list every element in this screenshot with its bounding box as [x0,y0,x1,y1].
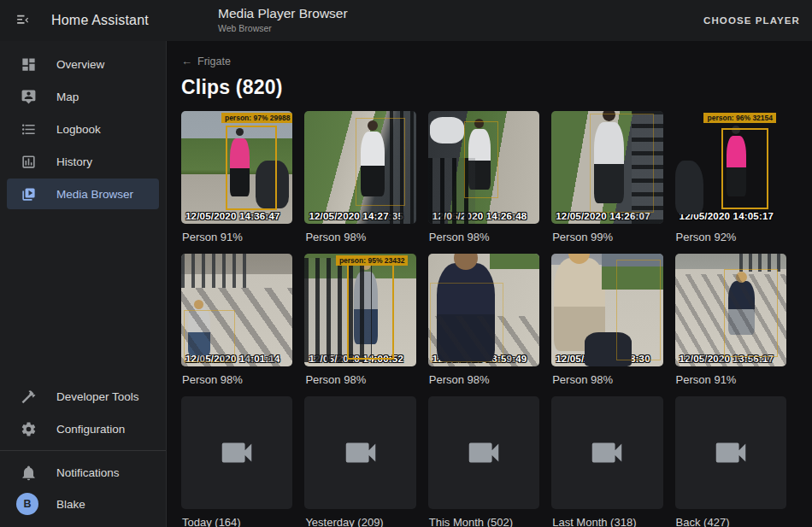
video-camera-icon [217,433,256,472]
folder-card-back[interactable]: Back (427) [675,396,786,527]
clip-card[interactable]: person: 95% 23432 12/05/2020 14:00:52 Pe… [304,254,415,386]
clip-timestamp: 12/05/2020 14:26:07 [556,211,650,221]
sidebar-item-label: History [56,155,92,168]
choose-player-button[interactable]: CHOOSE PLAYER [703,0,800,41]
breadcrumb-back-frigate[interactable]: ← Frigate [181,55,231,67]
clip-thumbnail: 12/05/2020 14:26:48 [428,111,539,224]
player-title: Media Player Browser [218,6,348,21]
clip-caption: Person 99% [551,231,662,243]
clip-card[interactable]: 12/05/2020 14:27:35 Person 98% [304,111,415,243]
bell-icon [19,463,38,482]
clip-caption: Person 92% [675,231,786,243]
grass-shape [490,254,540,269]
media-browser-icon [19,184,38,203]
clip-card[interactable]: person: 96% 32154 12/05/2020 14:05:17 Pe… [675,111,786,243]
back-arrow-icon: ← [181,55,192,67]
clip-card[interactable]: 12/05/2020 13:58:30 Person 98% [551,254,662,386]
logbook-list-icon [19,120,38,138]
sidebar-item-map[interactable]: Map [7,81,159,112]
clips-grid: person: 97% 29988 12/05/2020 14:36:47 Pe… [168,108,812,527]
sidebar-item-developer-tools[interactable]: Developer Tools [7,381,159,412]
folder-card-last-month[interactable]: Last Month (318) [551,396,662,527]
sidebar-item-media-browser[interactable]: Media Browser [7,179,159,209]
clip-thumbnail: 12/05/2020 14:27:35 [304,111,415,224]
bounding-box [464,121,498,198]
clip-card[interactable]: person: 97% 29988 12/05/2020 14:36:47 Pe… [181,111,292,243]
clip-timestamp: 12/05/2020 14:26:48 [432,211,527,221]
bounding-box [724,269,778,357]
clip-thumbnail: person: 96% 32154 12/05/2020 14:05:17 [675,111,786,224]
sidebar-item-label: Overview [56,58,104,71]
folder-thumbnail [304,396,415,509]
app-title: Home Assistant [51,13,149,28]
bounding-box [356,118,404,206]
sidebar-item-label: Notifications [56,466,120,479]
folder-thumbnail [551,396,662,509]
bounding-box [184,310,235,362]
player-header: Media Player Browser Web Browser [218,6,348,33]
sidebar-item-label: Logbook [56,123,101,136]
clip-thumbnail: 12/05/2020 13:58:30 [551,254,662,366]
clip-caption: Person 98% [428,231,539,243]
fence-shape [181,254,246,288]
clip-caption: Person 91% [675,373,786,386]
folder-caption: Today (164) [181,516,292,527]
sidebar-toggle-button[interactable] [5,3,39,38]
user-name: Blake [56,498,85,511]
clip-caption: Person 91% [181,231,292,243]
history-chart-icon [19,152,38,171]
gear-icon [19,419,38,438]
bounding-box [616,260,661,361]
video-camera-icon [464,433,503,472]
avatar: B [16,493,38,515]
clip-thumbnail: person: 97% 29988 12/05/2020 14:36:47 [181,111,292,224]
map-account-icon [19,87,38,106]
sidebar-item-label: Developer Tools [56,390,139,403]
clip-timestamp: 12/05/2020 14:36:47 [185,211,280,221]
clip-thumbnail: 12/05/2020 13:56:17 [675,254,786,366]
player-subtitle: Web Browser [218,23,348,33]
folder-caption: This Month (502) [428,516,539,527]
clip-card[interactable]: 12/05/2020 13:56:17 Person 91% [675,254,786,386]
folder-thumbnail [428,396,539,509]
sidebar-item-configuration[interactable]: Configuration [7,413,159,444]
sidebar-item-label: Map [56,91,79,103]
clip-caption: Person 98% [304,231,415,243]
folder-caption: Last Month (318) [551,516,662,527]
sidebar-item-user[interactable]: B Blake [7,489,159,519]
video-camera-icon [711,433,750,472]
media-browser-panel: ← Frigate Clips (820) person: 97% 29988 … [168,41,812,527]
clip-card[interactable]: 12/05/2020 14:26:07 Person 99% [551,111,662,243]
sidebar-item-notifications[interactable]: Notifications [7,457,159,488]
folder-card-this-month[interactable]: This Month (502) [428,396,539,527]
hammer-icon [19,387,38,406]
folder-card-today[interactable]: Today (164) [181,396,292,527]
bounding-box [590,114,655,213]
sidebar-item-logbook[interactable]: Logbook [7,114,159,144]
content-header: ← Frigate Clips (820) [168,41,812,108]
stroller-shape [675,161,704,214]
sidebar-spacer [0,210,166,380]
clip-caption: Person 98% [181,373,292,386]
menu-toggle-icon [14,12,31,29]
clip-timestamp: 12/05/2020 14:27:35 [309,211,403,221]
folder-thumbnail [181,396,292,509]
clip-thumbnail: 12/05/2020 14:01:14 [181,254,292,366]
clip-card[interactable]: 12/05/2020 14:26:48 Person 98% [428,111,539,243]
sidebar-item-label: Configuration [56,423,125,436]
clip-card[interactable]: 12/05/2020 13:59:49 Person 98% [428,254,539,386]
detection-label: person: 97% 29988 [221,113,292,123]
folder-card-yesterday[interactable]: Yesterday (209) [304,396,415,527]
bounding-box [226,126,277,210]
detection-label: person: 95% 23432 [336,255,409,266]
sidebar-item-label: Media Browser [56,188,133,201]
folder-thumbnail [675,396,786,509]
clip-card[interactable]: 12/05/2020 14:01:14 Person 98% [181,254,292,386]
folder-caption: Yesterday (209) [304,516,415,527]
clip-thumbnail: person: 95% 23432 12/05/2020 14:00:52 [304,254,415,366]
sidebar-divider [0,450,166,451]
clip-thumbnail: 12/05/2020 13:59:49 [428,254,539,366]
sidebar-item-overview[interactable]: Overview [7,49,159,79]
sidebar-item-history[interactable]: History [7,146,159,177]
clip-caption: Person 98% [551,373,662,386]
